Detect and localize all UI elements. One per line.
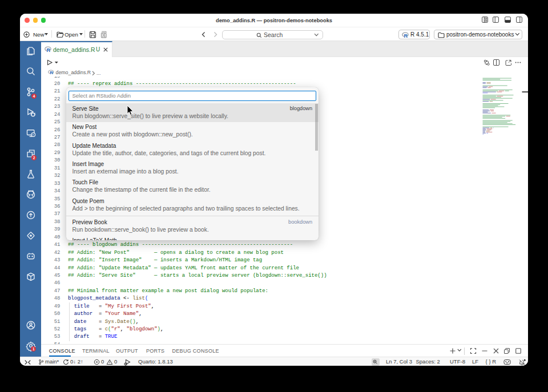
svg-text:R: R xyxy=(47,47,51,52)
svg-text:R: R xyxy=(404,33,408,38)
svg-text:R: R xyxy=(50,70,53,75)
